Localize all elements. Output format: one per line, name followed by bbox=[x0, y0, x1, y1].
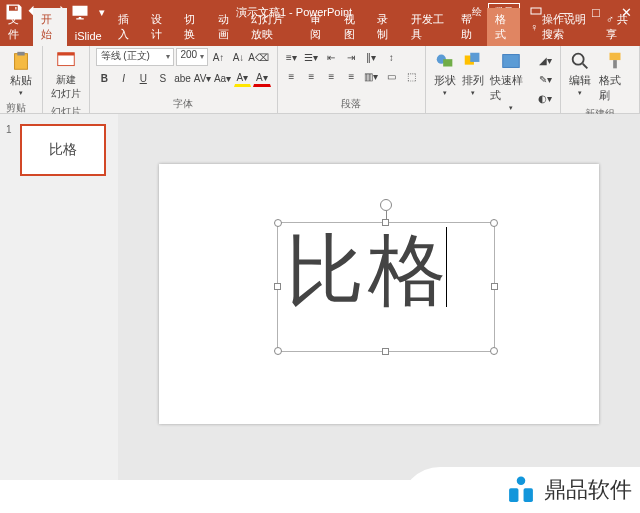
slide[interactable]: 比格 bbox=[159, 164, 599, 424]
svg-rect-1 bbox=[14, 54, 27, 70]
resize-handle-nw[interactable] bbox=[274, 219, 282, 227]
tab-file[interactable]: 文件 bbox=[0, 8, 33, 46]
justify-button[interactable]: ≡ bbox=[342, 67, 360, 85]
svg-rect-12 bbox=[610, 53, 621, 60]
arrange-button[interactable]: 排列▾ bbox=[460, 48, 486, 114]
shape-fill-button[interactable]: ◢▾ bbox=[536, 51, 554, 69]
indent-in-button[interactable]: ⇥ bbox=[342, 48, 360, 66]
shapes-button[interactable]: 形状▾ bbox=[432, 48, 458, 114]
lightbulb-icon: ♀ bbox=[530, 21, 538, 33]
paste-button[interactable]: 粘贴 ▾ bbox=[8, 48, 34, 99]
svg-rect-6 bbox=[443, 59, 452, 66]
new-slide-button[interactable]: 新建 幻灯片 bbox=[49, 48, 83, 103]
slide-panel: 1 比格 bbox=[0, 114, 118, 480]
quick-styles-button[interactable]: 快速样式▾ bbox=[488, 48, 534, 114]
underline-button[interactable]: U bbox=[135, 69, 153, 87]
svg-rect-4 bbox=[57, 53, 74, 56]
resize-handle-s[interactable] bbox=[382, 348, 389, 355]
tab-home[interactable]: 开始 bbox=[33, 8, 66, 46]
tab-format[interactable]: 格式 bbox=[487, 8, 520, 46]
text-content[interactable]: 比格 bbox=[278, 223, 494, 318]
bullets-button[interactable]: ≡▾ bbox=[282, 48, 300, 66]
resize-handle-w[interactable] bbox=[274, 283, 281, 290]
shadow-button[interactable]: abe bbox=[174, 69, 192, 87]
slide-canvas-area[interactable]: 比格 bbox=[118, 114, 640, 480]
smartart-button[interactable]: ⬚ bbox=[402, 67, 420, 85]
svg-rect-13 bbox=[613, 60, 617, 68]
text-direction-button[interactable]: ↕ bbox=[382, 48, 400, 66]
svg-rect-8 bbox=[470, 53, 479, 62]
bold-button[interactable]: B bbox=[96, 69, 114, 87]
share-button[interactable]: ♂ 共享 bbox=[598, 8, 640, 46]
clear-format-button[interactable]: A⌫ bbox=[250, 48, 268, 66]
svg-point-10 bbox=[573, 54, 584, 65]
svg-rect-15 bbox=[509, 488, 518, 502]
resize-handle-ne[interactable] bbox=[490, 219, 498, 227]
tab-view[interactable]: 视图 bbox=[336, 8, 369, 46]
spacing-button[interactable]: AV▾ bbox=[194, 69, 212, 87]
resize-handle-e[interactable] bbox=[491, 283, 498, 290]
font-color-button[interactable]: A▾ bbox=[253, 69, 271, 87]
svg-rect-2 bbox=[17, 52, 24, 56]
svg-line-11 bbox=[583, 64, 588, 69]
shape-outline-button[interactable]: ✎▾ bbox=[536, 70, 554, 88]
powerpoint-window: ▾ 演示文稿1 - PowerPoint 绘 登录 — □ ✕ 文件 开始 iS… bbox=[0, 0, 640, 480]
align-left-button[interactable]: ≡ bbox=[282, 67, 300, 85]
font-family-select[interactable]: 等线 (正文)▾ bbox=[96, 48, 174, 66]
svg-rect-16 bbox=[524, 488, 533, 502]
text-box-selected[interactable]: 比格 bbox=[277, 222, 495, 352]
grow-font-button[interactable]: A↑ bbox=[210, 48, 228, 66]
workspace: 1 比格 比格 bbox=[0, 114, 640, 480]
group-drawing: 形状▾ 排列▾ 快速样式▾ ◢▾ ✎▾ ◐▾ 绘图 bbox=[426, 46, 561, 113]
numbering-button[interactable]: ☰▾ bbox=[302, 48, 320, 66]
align-center-button[interactable]: ≡ bbox=[302, 67, 320, 85]
tab-insert[interactable]: 插入 bbox=[110, 8, 143, 46]
tab-developer[interactable]: 开发工具 bbox=[403, 8, 454, 46]
shrink-font-button[interactable]: A↓ bbox=[230, 48, 248, 66]
group-paragraph: ≡▾ ☰▾ ⇤ ⇥ ‖▾ ↕ ≡ ≡ ≡ ≡ ▥▾ ▭ ⬚ 段落 bbox=[278, 46, 427, 113]
format-painter-button[interactable]: 格式刷 bbox=[597, 48, 633, 105]
tab-islide[interactable]: iSlide bbox=[67, 26, 110, 46]
align-right-button[interactable]: ≡ bbox=[322, 67, 340, 85]
slide-number: 1 bbox=[6, 124, 12, 176]
strike-button[interactable]: S bbox=[154, 69, 172, 87]
highlight-button[interactable]: A▾ bbox=[234, 69, 252, 87]
rotate-handle[interactable] bbox=[380, 199, 392, 211]
tab-design[interactable]: 设计 bbox=[143, 8, 176, 46]
indent-out-button[interactable]: ⇤ bbox=[322, 48, 340, 66]
align-text-button[interactable]: ▭ bbox=[382, 67, 400, 85]
resize-handle-sw[interactable] bbox=[274, 347, 282, 355]
slide-thumbnail-1[interactable]: 比格 bbox=[20, 124, 106, 176]
resize-handle-n[interactable] bbox=[382, 219, 389, 226]
tab-record[interactable]: 录制 bbox=[369, 8, 402, 46]
group-clipboard: 粘贴 ▾ 剪贴板 bbox=[0, 46, 43, 113]
italic-button[interactable]: I bbox=[115, 69, 133, 87]
line-spacing-button[interactable]: ‖▾ bbox=[362, 48, 380, 66]
tell-me[interactable]: ♀操作说明搜索 bbox=[524, 8, 598, 46]
group-font: 等线 (正文)▾ 200▾ A↑ A↓ A⌫ B I U S abe AV▾ A… bbox=[90, 46, 278, 113]
watermark: 鼎品软件 bbox=[504, 473, 632, 507]
tab-review[interactable]: 审阅 bbox=[302, 8, 335, 46]
svg-rect-9 bbox=[503, 55, 520, 68]
watermark-logo-icon bbox=[504, 473, 538, 507]
tab-animations[interactable]: 动画 bbox=[210, 8, 243, 46]
ribbon-tabs: 文件 开始 iSlide 插入 设计 切换 动画 幻灯片放映 审阅 视图 录制 … bbox=[0, 24, 640, 46]
group-editing: 编辑▾ 格式刷 新建组 bbox=[561, 46, 640, 113]
start-slideshow-button[interactable] bbox=[70, 2, 90, 22]
font-size-select[interactable]: 200▾ bbox=[176, 48, 208, 66]
tab-help[interactable]: 帮助 bbox=[453, 8, 486, 46]
tab-transitions[interactable]: 切换 bbox=[176, 8, 209, 46]
ribbon: 粘贴 ▾ 剪贴板 新建 幻灯片 幻灯片 等线 (正文)▾ 200▾ A↑ A↓ … bbox=[0, 46, 640, 114]
change-case-button[interactable]: Aa▾ bbox=[214, 69, 232, 87]
columns-button[interactable]: ▥▾ bbox=[362, 67, 380, 85]
resize-handle-se[interactable] bbox=[490, 347, 498, 355]
editing-button[interactable]: 编辑▾ bbox=[567, 48, 593, 105]
tab-slideshow[interactable]: 幻灯片放映 bbox=[243, 8, 302, 46]
shape-effects-button[interactable]: ◐▾ bbox=[536, 89, 554, 107]
group-slides: 新建 幻灯片 幻灯片 bbox=[43, 46, 90, 113]
svg-point-14 bbox=[517, 476, 526, 485]
text-cursor bbox=[446, 227, 447, 307]
